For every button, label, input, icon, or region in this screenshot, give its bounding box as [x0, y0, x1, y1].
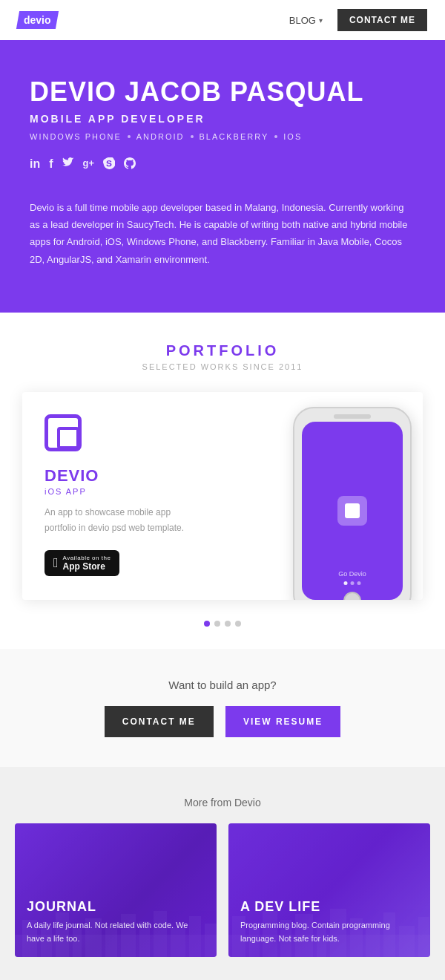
social-icons: in f g+	[30, 157, 415, 172]
blog-card-1-desc: A daily life journal. Not related with c…	[27, 919, 205, 945]
hero-section: DEVIO JACOB PASQUAL MOBILE APP DEVELOPER…	[0, 40, 445, 313]
blog-card-1-content: JOURNAL A daily life journal. Not relate…	[15, 887, 217, 957]
portfolio-title: PORTFOLIO	[15, 342, 430, 359]
portfolio-subtitle: SELECTED WORKS SINCE 2011	[15, 362, 430, 371]
view-resume-button[interactable]: VIEW RESUME	[225, 706, 340, 737]
blog-card-journal[interactable]: JOURNAL A daily life journal. Not relate…	[15, 823, 217, 957]
phone-notch	[334, 414, 371, 419]
platform-blackberry: BLACKBERRY	[200, 132, 269, 141]
app-icon	[44, 414, 86, 456]
platforms-list: WINDOWS PHONE ANDROID BLACKBERRY IOS	[30, 132, 415, 141]
nav-right: BLOG ▾ CONTACT ME	[289, 9, 427, 31]
phone-outer: Go Devio	[293, 407, 412, 600]
blog-card-1-name: JOURNAL	[27, 899, 205, 915]
facebook-icon[interactable]: f	[49, 157, 53, 172]
blog-card-2-name: A DEV LIFE	[240, 899, 418, 915]
apple-icon: 	[53, 555, 59, 571]
carousel-dot-1[interactable]	[204, 621, 210, 627]
skype-icon[interactable]	[103, 157, 115, 172]
dot-2	[191, 135, 194, 138]
platform-windows: WINDOWS PHONE	[30, 132, 122, 141]
phone-screen: Go Devio	[302, 422, 403, 600]
platform-android: ANDROID	[136, 132, 185, 141]
phone-pagination-dots	[344, 581, 361, 585]
app-description: An app to showcase mobile app portfolio …	[44, 505, 193, 535]
blog-cards: JOURNAL A daily life journal. Not relate…	[15, 823, 430, 957]
phone-dot-2	[351, 581, 355, 585]
cta-buttons: CONTACT ME VIEW RESUME	[15, 706, 430, 737]
chevron-down-icon: ▾	[319, 16, 323, 24]
linkedin-icon[interactable]: in	[30, 157, 40, 172]
contact-me-button[interactable]: CONTACT ME	[105, 706, 214, 737]
carousel-dot-4[interactable]	[235, 621, 241, 627]
phone-mockup: Go Devio	[282, 407, 423, 600]
phone-dot-3	[357, 581, 361, 585]
appstore-badge[interactable]:  Available on the App Store	[44, 550, 119, 576]
portfolio-card: DEVIO iOS APP An app to showcase mobile …	[22, 392, 423, 600]
phone-bottom-label: Go Devio	[338, 570, 366, 578]
phone-mockup-container: Go Devio	[282, 407, 423, 600]
badge-text: Available on the App Store	[63, 555, 111, 572]
splash-icon	[337, 496, 367, 526]
blog-card-devlife[interactable]: A DEV LIFE Programming blog. Contain pro…	[228, 823, 430, 957]
github-icon[interactable]	[124, 157, 136, 172]
blog-card-2-desc: Programming blog. Contain programming la…	[240, 919, 418, 945]
carousel-dots	[15, 621, 430, 627]
carousel-dot-2[interactable]	[214, 621, 220, 627]
twitter-icon[interactable]	[62, 157, 74, 172]
platform-ios: IOS	[283, 132, 302, 141]
cta-text: Want to build an app?	[15, 679, 430, 691]
logo[interactable]: devio	[16, 11, 59, 29]
blog-section: More from Devio	[0, 767, 445, 980]
cta-section: Want to build an app? CONTACT ME VIEW RE…	[0, 649, 445, 767]
navbar: devio BLOG ▾ CONTACT ME	[0, 0, 445, 40]
googleplus-icon[interactable]: g+	[83, 157, 95, 172]
app-icon-inner	[44, 414, 82, 451]
dot-3	[274, 135, 277, 138]
logo-container: devio	[18, 11, 57, 29]
contact-button[interactable]: CONTACT ME	[337, 9, 427, 31]
phone-dot-1	[344, 581, 348, 585]
hero-bio: Devio is a full time mobile app develope…	[30, 199, 415, 269]
hero-role: MOBILE APP DEVELOPER	[30, 113, 415, 125]
carousel-dot-3[interactable]	[225, 621, 231, 627]
dot-1	[128, 135, 131, 138]
portfolio-section: PORTFOLIO SELECTED WORKS SINCE 2011 DEVI…	[0, 313, 445, 649]
hero-name: DEVIO JACOB PASQUAL	[30, 77, 415, 107]
blog-card-2-content: A DEV LIFE Programming blog. Contain pro…	[228, 887, 430, 957]
blog-section-title: More from Devio	[15, 797, 430, 808]
blog-menu[interactable]: BLOG ▾	[289, 15, 323, 26]
